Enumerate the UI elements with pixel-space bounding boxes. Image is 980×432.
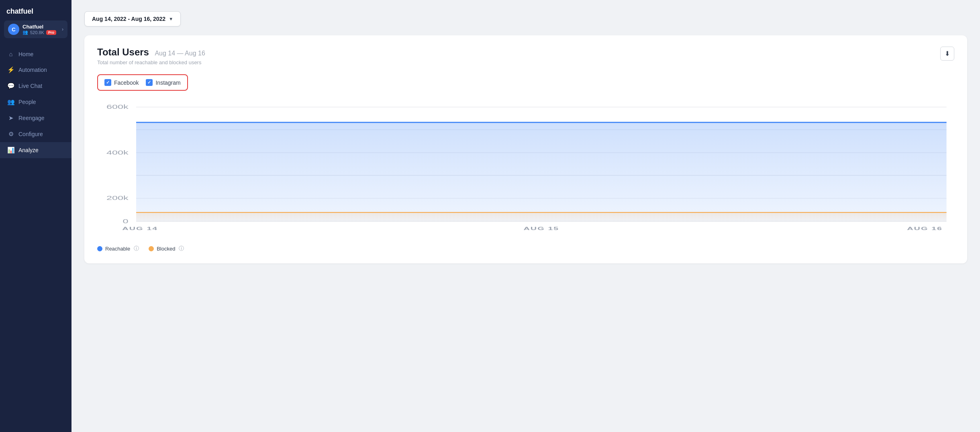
svg-text:AUG 14: AUG 14	[122, 226, 158, 231]
download-button[interactable]: ⬇	[940, 47, 954, 61]
chart-legend: Reachable ⓘ Blocked ⓘ	[97, 245, 954, 252]
account-switcher[interactable]: C Chatfuel 👥 520.8K Pro ›	[4, 20, 67, 38]
checkmark-icon: ✓	[106, 80, 110, 85]
avatar: C	[8, 24, 19, 35]
svg-text:AUG 16: AUG 16	[907, 226, 943, 231]
sidebar-logo: chatfuel	[0, 0, 71, 20]
svg-marker-11	[136, 212, 947, 221]
chart-title: Total Users	[97, 47, 149, 57]
chart-subtitle: Total number of reachable and blocked us…	[97, 59, 205, 65]
svg-text:400k: 400k	[106, 149, 129, 155]
filter-instagram[interactable]: ✓ Instagram	[146, 79, 180, 86]
account-name: Chatfuel	[22, 24, 59, 30]
download-icon: ⬇	[945, 50, 950, 57]
date-range-label: Aug 14, 2022 - Aug 16, 2022	[92, 16, 165, 22]
account-users: 👥 520.8K Pro	[22, 30, 59, 35]
chat-icon: 💬	[7, 82, 14, 90]
svg-text:600k: 600k	[106, 104, 129, 110]
blocked-dot	[149, 246, 154, 251]
app-logo: chatfuel	[6, 7, 33, 16]
reachable-info-icon: ⓘ	[134, 245, 139, 252]
sidebar-item-label: Analyze	[18, 147, 39, 153]
sidebar-item-label: People	[18, 99, 36, 105]
main-content: Aug 14, 2022 - Aug 16, 2022 ▼ Total User…	[71, 0, 980, 432]
configure-icon: ⚙	[7, 130, 14, 138]
sidebar-item-label: Home	[18, 51, 33, 57]
svg-marker-10	[136, 122, 947, 222]
sidebar-item-label: Reengage	[18, 115, 45, 121]
automation-icon: ⚡	[7, 66, 14, 73]
sidebar-item-analyze[interactable]: 📊 Analyze	[0, 142, 71, 158]
sidebar-item-automation[interactable]: ⚡ Automation	[0, 62, 71, 78]
chart-svg: 600k 400k 200k 0	[97, 103, 954, 239]
facebook-label: Facebook	[114, 79, 139, 86]
account-info: Chatfuel 👥 520.8K Pro	[22, 24, 59, 35]
filter-facebook[interactable]: ✓ Facebook	[104, 79, 139, 86]
sidebar-item-label: Configure	[18, 131, 43, 137]
svg-text:AUG 15: AUG 15	[523, 226, 559, 231]
caret-down-icon: ▼	[169, 16, 173, 21]
legend-blocked: Blocked ⓘ	[149, 245, 184, 252]
instagram-checkbox[interactable]: ✓	[146, 79, 153, 86]
svg-text:0: 0	[123, 218, 129, 224]
chart-title-group: Total Users Aug 14 — Aug 16 Total number…	[97, 47, 205, 73]
sidebar-item-people[interactable]: 👥 People	[0, 94, 71, 110]
pro-badge: Pro	[46, 30, 56, 35]
filter-row: ✓ Facebook ✓ Instagram	[97, 74, 188, 91]
sidebar-item-home[interactable]: ⌂ Home	[0, 46, 71, 62]
total-users-chart-card: Total Users Aug 14 — Aug 16 Total number…	[84, 35, 967, 263]
reachable-dot	[97, 246, 102, 251]
blocked-info-icon: ⓘ	[179, 245, 184, 252]
date-picker-button[interactable]: Aug 14, 2022 - Aug 16, 2022 ▼	[84, 11, 181, 26]
chevron-right-icon: ›	[62, 26, 63, 32]
facebook-checkbox[interactable]: ✓	[104, 79, 111, 86]
sidebar-item-reengage[interactable]: ➤ Reengage	[0, 110, 71, 126]
sidebar-item-label: Live Chat	[18, 83, 42, 89]
chart-date-range: Aug 14 — Aug 16	[155, 50, 205, 57]
blocked-label: Blocked	[157, 246, 175, 252]
home-icon: ⌂	[7, 51, 14, 57]
legend-reachable: Reachable ⓘ	[97, 245, 139, 252]
reachable-label: Reachable	[105, 246, 130, 252]
sidebar-item-configure[interactable]: ⚙ Configure	[0, 126, 71, 142]
checkmark-icon: ✓	[147, 80, 151, 85]
sidebar-item-label: Automation	[18, 67, 47, 73]
analyze-icon: 📊	[7, 147, 14, 154]
sidebar: chatfuel C Chatfuel 👥 520.8K Pro › ⌂ Hom…	[0, 0, 71, 432]
chart-area: 600k 400k 200k 0	[97, 103, 954, 239]
svg-text:200k: 200k	[106, 195, 129, 201]
sidebar-nav: ⌂ Home ⚡ Automation 💬 Live Chat 👥 People…	[0, 45, 71, 432]
reengage-icon: ➤	[7, 114, 14, 122]
people-icon: 👥	[7, 98, 14, 106]
sidebar-item-live-chat[interactable]: 💬 Live Chat	[0, 78, 71, 94]
instagram-label: Instagram	[155, 79, 180, 86]
chart-header: Total Users Aug 14 — Aug 16 Total number…	[97, 47, 954, 73]
